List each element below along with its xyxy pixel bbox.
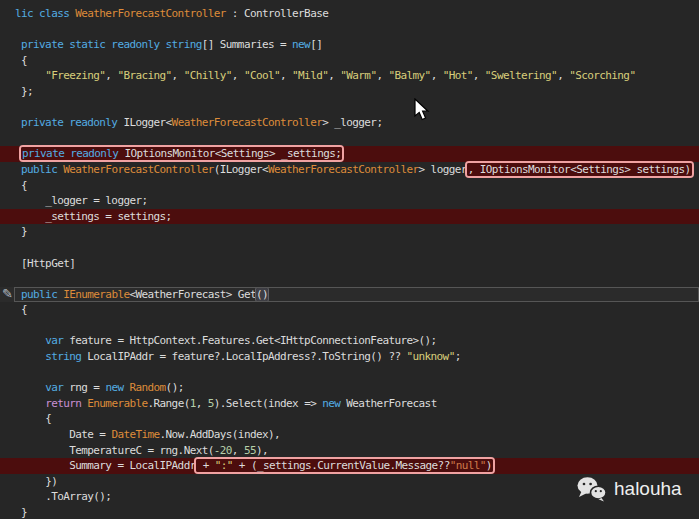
code-token: ILogger< (123, 116, 171, 129)
watermark: halouha (576, 476, 682, 502)
code-token: , (105, 69, 117, 82)
code-token: , IOptionsMonitor<Settings> settings) (468, 163, 691, 176)
code-token: private readonly (21, 116, 123, 129)
code-token: , (232, 444, 244, 457)
code-token: , (172, 69, 184, 82)
code-token: IOptionsMonitor<Settings> _settings; (124, 147, 341, 160)
matched-paren-highlight: () (256, 288, 268, 301)
code-token: , (473, 69, 485, 82)
code-line[interactable]: { (0, 178, 699, 194)
code-line[interactable] (0, 100, 699, 116)
code-token: TemperatureC = rng.Next( (69, 444, 214, 457)
code-token: } (21, 225, 27, 238)
code-token: ; (455, 350, 461, 363)
code-area[interactable]: lic class WeatherForecastController : Co… (0, 6, 699, 519)
code-token: { (21, 303, 27, 316)
code-token: return (45, 397, 87, 410)
code-token: rng = (63, 381, 105, 394)
code-line[interactable]: var feature = HttpContext.Features.Get<I… (0, 333, 699, 349)
code-token: private readonly (22, 147, 124, 160)
code-token: Summary = LocalIPAddr (69, 459, 195, 472)
code-line[interactable]: { (0, 411, 699, 427)
code-line[interactable] (0, 240, 699, 256)
code-token: , (376, 69, 388, 82)
code-line[interactable]: private readonly IOptionsMonitor<Setting… (0, 146, 699, 162)
code-line[interactable]: "Freezing", "Bracing", "Chilly", "Cool",… (0, 68, 699, 84)
code-token: "Chilly" (184, 69, 232, 82)
code-token: , (232, 69, 244, 82)
code-token: DateTime (111, 428, 159, 441)
code-token: feature = HttpContext.Features.Get<IHttp… (63, 334, 436, 347)
code-token: "unknow" (406, 350, 454, 363)
code-token: "Hot" (443, 69, 473, 82)
code-token: .Now.AddDays(index), (160, 428, 280, 441)
code-token: public (21, 163, 63, 176)
code-line[interactable]: var rng = new Random(); (0, 380, 699, 396)
code-token: public (21, 288, 63, 301)
code-line[interactable]: string LocalIPAddr = feature?.LocalIpAdd… (0, 349, 699, 365)
code-line[interactable]: } (0, 505, 699, 519)
code-token: <WeatherForecast> Get (129, 288, 255, 301)
code-token: var (45, 334, 63, 347)
code-line[interactable] (0, 318, 699, 334)
code-token: > logger (419, 163, 467, 176)
code-line[interactable] (0, 365, 699, 381)
code-line[interactable]: }; (0, 84, 699, 100)
code-line[interactable]: public WeatherForecastController(ILogger… (0, 162, 699, 178)
code-token: (ILogger< (214, 163, 268, 176)
code-token: Date = (69, 428, 111, 441)
code-token: "Cool" (244, 69, 280, 82)
code-token: { (45, 412, 51, 425)
code-line[interactable] (0, 271, 699, 287)
code-token: : (226, 7, 244, 20)
code-token: Enumerable (87, 397, 147, 410)
code-line[interactable]: _logger = logger; (0, 193, 699, 209)
code-line[interactable]: public IEnumerable<WeatherForecast> Get(… (0, 287, 699, 303)
code-token: , (328, 69, 340, 82)
code-token: Random (129, 381, 165, 394)
code-token: , (557, 69, 569, 82)
code-line[interactable]: lic class WeatherForecastController : Co… (0, 6, 699, 22)
code-token: + (197, 459, 215, 472)
code-token: private static readonly string (21, 38, 202, 51)
code-editor: lic class WeatherForecastController : Co… (0, 0, 699, 519)
code-token: "Balmy" (388, 69, 430, 82)
code-token: }; (21, 85, 33, 98)
code-line[interactable]: Date = DateTime.Now.AddDays(index), (0, 427, 699, 443)
code-line[interactable] (0, 131, 699, 147)
code-line[interactable]: } (0, 224, 699, 240)
quick-action-pen-icon[interactable]: ✎ (2, 286, 15, 301)
code-token: lic class (15, 7, 75, 20)
code-token: 55 (244, 444, 256, 457)
diff-highlight-box: private readonly IOptionsMonitor<Setting… (21, 147, 342, 160)
code-token: .ToArray(); (45, 490, 111, 503)
code-line[interactable]: { (0, 53, 699, 69)
code-line[interactable]: [HttpGet] (0, 256, 699, 272)
code-token: _logger = logger; (45, 194, 147, 207)
code-token: "Freezing" (45, 69, 105, 82)
code-token: WeatherForecastController (75, 7, 226, 20)
code-token: "Warm" (340, 69, 376, 82)
code-token: > _logger; (322, 116, 382, 129)
code-line[interactable] (0, 22, 699, 38)
code-line[interactable]: Summary = LocalIPAddr + ":" + (_settings… (0, 458, 699, 474)
code-token: , (431, 69, 443, 82)
code-line[interactable]: { (0, 302, 699, 318)
code-token: new (105, 381, 129, 394)
code-token: WeatherForecastController (268, 163, 419, 176)
code-token: "Bracing" (117, 69, 171, 82)
code-line[interactable]: _settings = settings; (0, 209, 699, 225)
code-line[interactable]: return Enumerable.Range(1, 5).Select(ind… (0, 396, 699, 412)
code-line[interactable]: private static readonly string[] Summari… (0, 37, 699, 53)
code-token: WeatherForecastController (63, 163, 214, 176)
code-token: string (45, 350, 81, 363)
code-token: LocalIPAddr = feature?.LocalIpAddress?.T… (81, 350, 406, 363)
code-token: } (21, 506, 27, 519)
code-token: ).Select(index => (214, 397, 322, 410)
code-token: + (_settings.CurrentValue.Message?? (233, 459, 450, 472)
diff-highlight-box: , IOptionsMonitor<Settings> settings) (467, 163, 692, 176)
code-line[interactable]: private readonly ILogger<WeatherForecast… (0, 115, 699, 131)
code-line[interactable]: TemperatureC = rng.Next(-20, 55), (0, 443, 699, 459)
code-token: (); (166, 381, 184, 394)
code-token: new (292, 38, 310, 51)
